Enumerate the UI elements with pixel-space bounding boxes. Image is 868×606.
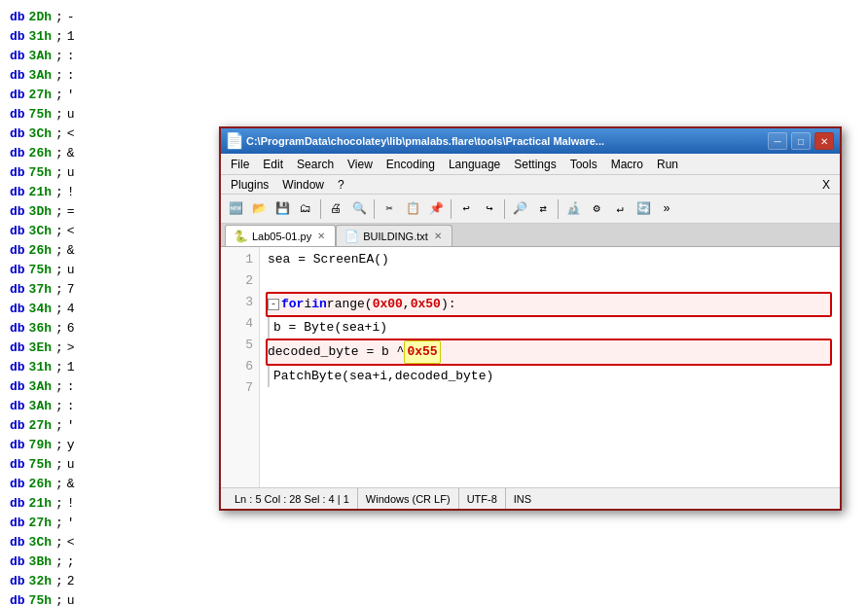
toolbar-copy[interactable]: 📋 <box>402 198 423 220</box>
minimize-button[interactable]: ─ <box>768 132 787 150</box>
toolbar-sync[interactable]: 🔄 <box>633 198 654 220</box>
editor-area[interactable]: 1234567 sea = ScreenEA()-for i in range(… <box>221 247 840 487</box>
toolbar: 🆕 📂 💾 🗂 🖨 🔍 ✂ 📋 📌 ↩ ↪ 🔎 ⇄ 🔬 ⚙ ↵ 🔄 » <box>221 195 840 224</box>
toolbar-undo[interactable]: ↩ <box>455 198 477 220</box>
asm-char: = <box>67 202 75 222</box>
asm-keyword: db <box>10 591 25 606</box>
asm-semi: ; <box>55 553 63 572</box>
tab-icon: 📄 <box>344 230 359 243</box>
tab-building-txt[interactable]: 📄BUILDING.txt✕ <box>336 225 452 246</box>
maximize-button[interactable]: □ <box>791 132 811 150</box>
asm-char: 7 <box>67 280 75 300</box>
toolbar-zoom[interactable]: 🔬 <box>562 198 584 220</box>
code-line-5[interactable]: decoded_byte = b ^ 0x55 <box>266 339 832 366</box>
menu-item-macro[interactable]: Macro <box>605 156 649 173</box>
tab-close-btn[interactable]: ✕ <box>432 231 444 242</box>
asm-line: db3Ah;: <box>10 66 858 86</box>
menu-item-encoding[interactable]: Encoding <box>380 156 441 173</box>
asm-line: db3Ch;< <box>10 533 858 553</box>
asm-char: ! <box>67 494 75 514</box>
asm-semi: ; <box>55 416 63 436</box>
window-title: C:\ProgramData\chocolatey\lib\pmalabs.fl… <box>246 135 764 147</box>
code-area[interactable]: sea = ScreenEA()-for i in range(0x00,0x5… <box>260 247 840 487</box>
menu-item-view[interactable]: View <box>342 156 379 173</box>
asm-char: ' <box>67 86 75 105</box>
code-line-2[interactable] <box>268 270 832 292</box>
menu-item-?[interactable]: ? <box>332 176 350 194</box>
asm-char: : <box>67 377 75 397</box>
asm-char: : <box>67 47 75 66</box>
toolbar-wrap[interactable]: ↵ <box>609 198 631 220</box>
asm-semi: ; <box>55 183 63 202</box>
asm-semi: ; <box>55 261 63 280</box>
asm-line: db3Ah;: <box>10 47 858 66</box>
code-line-1[interactable]: sea = ScreenEA() <box>268 249 832 270</box>
status-eol: Windows (CR LF) <box>358 488 459 509</box>
menu-close-x[interactable]: X <box>816 178 836 192</box>
asm-keyword: db <box>10 416 25 436</box>
code-text: i <box>304 294 311 315</box>
toolbar-open[interactable]: 📂 <box>248 198 270 220</box>
asm-char: : <box>67 66 75 86</box>
asm-semi: ; <box>55 202 63 222</box>
line-numbers: 1234567 <box>221 247 260 487</box>
tab-lab05-01-py[interactable]: 🐍Lab05-01.py✕ <box>225 225 336 246</box>
asm-char: ' <box>67 416 75 436</box>
code-line-7[interactable] <box>268 387 832 409</box>
asm-keyword: db <box>10 47 25 66</box>
line-number-5: 5 <box>221 335 253 356</box>
fold-icon[interactable]: - <box>268 299 279 310</box>
asm-hex: 36h <box>29 319 52 339</box>
tab-close-btn[interactable]: ✕ <box>315 231 327 242</box>
asm-semi: ; <box>55 475 63 494</box>
menu-item-run[interactable]: Run <box>651 156 684 173</box>
menu-item-language[interactable]: Language <box>443 156 506 173</box>
asm-semi: ; <box>55 514 63 533</box>
asm-hex: 31h <box>29 358 52 377</box>
menu-item-tools[interactable]: Tools <box>564 156 603 173</box>
menu-item-window[interactable]: Window <box>276 176 330 194</box>
toolbar-save[interactable]: 💾 <box>271 198 293 220</box>
menu-item-file[interactable]: File <box>225 156 255 173</box>
asm-keyword: db <box>10 202 25 222</box>
toolbar-replace[interactable]: ⇄ <box>532 198 554 220</box>
toolbar-redo[interactable]: ↪ <box>479 198 500 220</box>
code-line-4[interactable]: b = Byte(sea+i) <box>268 317 832 339</box>
toolbar-paste[interactable]: 📌 <box>425 198 447 220</box>
code-line-3[interactable]: -for i in range(0x00,0x50): <box>266 292 832 317</box>
menu-item-edit[interactable]: Edit <box>257 156 289 173</box>
asm-hex: 3Ah <box>29 377 52 397</box>
asm-char: ; <box>67 553 75 572</box>
asm-keyword: db <box>10 494 25 514</box>
asm-char: u <box>67 455 75 475</box>
toolbar-options[interactable]: ⚙ <box>586 198 607 220</box>
menu-item-plugins[interactable]: Plugins <box>225 176 274 194</box>
asm-hex: 26h <box>29 144 52 163</box>
status-ln-col: Ln : 5 Col : 28 Sel : 4 | 1 <box>227 488 358 509</box>
toolbar-save-all[interactable]: 🗂 <box>295 198 316 220</box>
asm-semi: ; <box>55 280 63 300</box>
toolbar-more[interactable]: » <box>656 198 677 220</box>
line-number-2: 2 <box>221 270 253 292</box>
toolbar-print-preview[interactable]: 🔍 <box>348 198 370 220</box>
toolbar-print[interactable]: 🖨 <box>325 198 346 220</box>
toolbar-new[interactable]: 🆕 <box>225 198 246 220</box>
asm-hex: 3Ah <box>29 397 52 416</box>
code-line-6[interactable]: PatchByte(sea+i,decoded_byte) <box>268 366 832 387</box>
line-number-6: 6 <box>221 356 253 377</box>
toolbar-find[interactable]: 🔎 <box>509 198 530 220</box>
menu-item-settings[interactable]: Settings <box>508 156 561 173</box>
toolbar-sep5 <box>558 199 559 219</box>
asm-hex: 3Ch <box>29 533 52 553</box>
toolbar-cut[interactable]: ✂ <box>379 198 400 220</box>
menu-item-search[interactable]: Search <box>291 156 340 173</box>
asm-keyword: db <box>10 533 25 553</box>
tab-bar: 🐍Lab05-01.py✕📄BUILDING.txt✕ <box>221 224 840 247</box>
close-button[interactable]: ✕ <box>814 132 834 150</box>
asm-semi: ; <box>55 572 63 591</box>
hex-val-55: 0x55 <box>404 340 440 364</box>
asm-keyword: db <box>10 163 25 183</box>
asm-char: & <box>67 475 75 494</box>
asm-hex: 3Ch <box>29 222 52 241</box>
asm-hex: 26h <box>29 241 52 261</box>
